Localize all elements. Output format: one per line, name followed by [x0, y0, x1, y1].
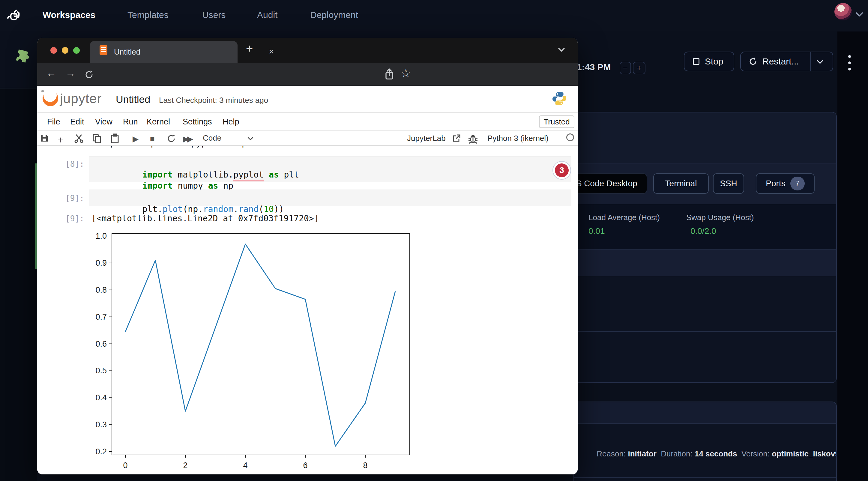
browser-toolbar: ← → 5555--main--test--matifali.atif.cdr.…: [37, 63, 578, 86]
minimize-window-button[interactable]: [62, 47, 68, 54]
code-token: )): [274, 204, 284, 214]
code-token: .: [198, 204, 203, 214]
menu-kernel[interactable]: Kernel: [147, 117, 170, 127]
badge-count: 3: [555, 163, 569, 177]
code-token: [264, 170, 269, 180]
build-meta: Reason: initiator Duration: 14 seconds V…: [584, 440, 837, 468]
tab-title: Untitled: [114, 47, 141, 57]
menu-run[interactable]: Run: [123, 117, 138, 127]
tab-label: SSH: [720, 179, 737, 188]
more-options-kebab[interactable]: [848, 53, 851, 72]
menu-edit[interactable]: Edit: [70, 117, 84, 127]
coder-logo-icon[interactable]: [7, 8, 22, 23]
stop-label: Stop: [705, 56, 723, 67]
external-link-icon[interactable]: [452, 134, 461, 142]
add-cell-icon[interactable]: +: [58, 134, 64, 146]
code-cell-9[interactable]: plt.plot(np.random.rand(10)): [89, 190, 571, 206]
cell-output-text: [<matplotlib.lines.Line2D at 0x7fd03f191…: [91, 214, 319, 223]
screen: Workspaces Templates Users Audit Deploym…: [0, 0, 868, 481]
menu-settings[interactable]: Settings: [183, 117, 212, 127]
svg-text:4: 4: [243, 461, 247, 470]
tab-list-chevron-icon[interactable]: [558, 47, 565, 52]
save-icon[interactable]: [39, 133, 49, 143]
nav-users[interactable]: Users: [202, 10, 225, 20]
zoom-in-button[interactable]: +: [633, 62, 646, 74]
cell-type-caret-icon[interactable]: [247, 136, 254, 141]
nav-workspaces[interactable]: Workspaces: [42, 10, 95, 20]
menu-file[interactable]: File: [47, 117, 60, 127]
panel-band: [574, 249, 836, 276]
stat-value: 0.0/2.0: [690, 226, 754, 236]
app-puzzle-icon[interactable]: [12, 46, 36, 70]
share-icon[interactable]: [384, 68, 395, 81]
build-info-panel: Reason: initiator Duration: 14 seconds V…: [574, 402, 837, 481]
jupyter-logo-icon: [42, 91, 58, 106]
code-token: 10: [264, 204, 274, 214]
tab-terminal[interactable]: Terminal: [653, 173, 709, 194]
debugger-bug-icon[interactable]: [468, 133, 478, 144]
code-cell-8[interactable]: import matplotlib.pyplot as plt import n…: [89, 156, 571, 182]
run-cell-icon[interactable]: ▶: [132, 134, 138, 143]
tab-ssh[interactable]: SSH: [713, 173, 744, 194]
zoom-out-button[interactable]: −: [620, 62, 631, 74]
stat-label: Swap Usage (Host): [686, 213, 754, 222]
restart-label: Restart...: [763, 56, 799, 67]
browser-titlebar[interactable]: Untitled × +: [37, 38, 578, 63]
jupyter-toolbar: + ▶ ■ ▶▶ Code J: [37, 131, 578, 146]
new-tab-button[interactable]: +: [246, 42, 253, 56]
interrupt-kernel-icon[interactable]: ■: [150, 134, 155, 143]
browser-tab[interactable]: Untitled ×: [90, 41, 238, 63]
cell-type-select[interactable]: Code: [203, 133, 221, 143]
panel-header: [574, 402, 836, 424]
browser-window: Untitled × + ← → 5555--main--test--matif…: [37, 38, 578, 474]
stat-label: Load Average (Host): [588, 213, 660, 222]
restart-workspace-button[interactable]: Restart...: [740, 52, 833, 71]
svg-text:8: 8: [363, 461, 367, 470]
chevron-down-icon[interactable]: [856, 12, 863, 17]
collaborator-badge[interactable]: 3: [553, 161, 571, 180]
kernel-status-icon: [566, 133, 574, 141]
python-logo-icon: [552, 91, 567, 106]
menu-help[interactable]: Help: [222, 117, 239, 127]
cell-prompt: [8]:: [65, 160, 84, 168]
trusted-button[interactable]: Trusted: [539, 116, 575, 128]
forward-icon[interactable]: →: [65, 67, 75, 79]
code-token: plot: [162, 204, 183, 214]
user-avatar[interactable]: [834, 3, 852, 21]
nav-deployment[interactable]: Deployment: [310, 10, 358, 20]
maximize-window-button[interactable]: [73, 47, 80, 54]
open-jupyterlab-link[interactable]: JupyterLab: [407, 134, 446, 143]
stop-icon: [693, 58, 700, 65]
kernel-name[interactable]: Python 3 (ikernel): [487, 134, 549, 143]
restart-run-all-icon[interactable]: ▶▶: [183, 134, 191, 143]
tab-ports[interactable]: Ports 7: [756, 173, 815, 194]
app-top-nav: Workspaces Templates Users Audit Deploym…: [0, 0, 868, 31]
restart-kernel-icon[interactable]: [166, 133, 176, 143]
paste-cell-icon[interactable]: [110, 133, 120, 143]
clock-label: 11:43 PM: [572, 62, 611, 72]
status-strip-green: [35, 163, 37, 269]
swap-usage-stat: Swap Usage (Host) 0.0/2.0: [686, 213, 754, 236]
copy-cell-icon[interactable]: [92, 133, 102, 143]
nav-templates[interactable]: Templates: [127, 10, 168, 20]
code-token: np: [188, 204, 198, 214]
restart-menu-chevron-icon[interactable]: [816, 59, 824, 64]
version-value: optimistic_liskov9: [772, 449, 837, 458]
jupyter-favicon-icon: [100, 45, 107, 55]
bookmark-star-icon[interactable]: ☆: [401, 67, 411, 80]
reload-icon[interactable]: [84, 70, 94, 80]
stop-workspace-button[interactable]: Stop: [684, 52, 734, 71]
nav-audit[interactable]: Audit: [257, 10, 277, 20]
svg-text:0.6: 0.6: [95, 340, 107, 348]
duration-label: Duration:: [656, 449, 695, 458]
back-icon[interactable]: ←: [46, 67, 56, 79]
svg-text:6: 6: [303, 461, 307, 470]
svg-text:0.7: 0.7: [95, 313, 107, 321]
close-window-button[interactable]: [51, 47, 57, 54]
panel-section: [574, 332, 836, 382]
cut-cell-icon[interactable]: [74, 133, 84, 143]
tab-close-icon[interactable]: ×: [269, 46, 274, 57]
notebook-title[interactable]: Untitled: [116, 94, 150, 105]
menu-view[interactable]: View: [95, 117, 113, 127]
workspace-panel: Load Average (Host) 0.01 Swap Usage (Hos…: [574, 112, 837, 383]
